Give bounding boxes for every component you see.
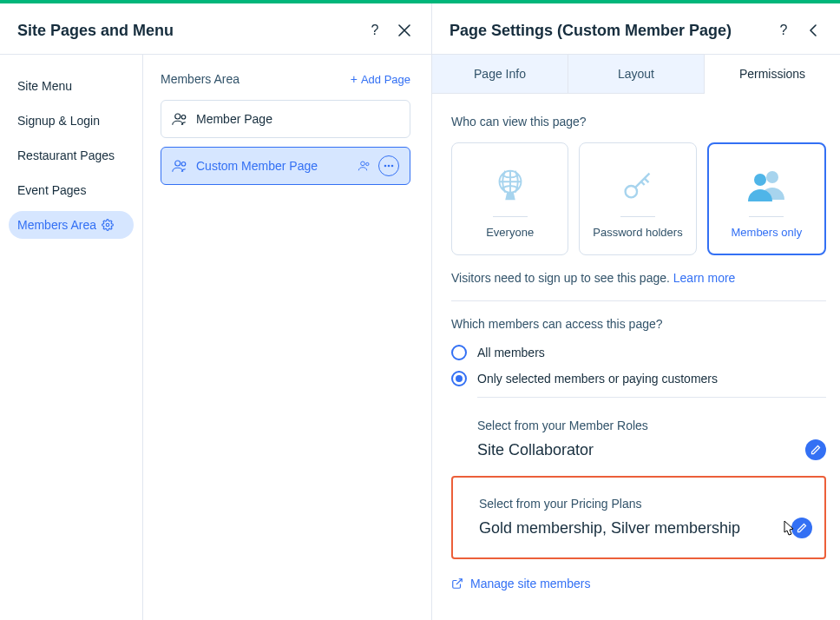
member-roles-label: Select from your Member Roles (477, 419, 826, 432)
svg-point-4 (181, 162, 186, 167)
svg-point-8 (388, 165, 390, 168)
page-item-member-page[interactable]: Member Page (161, 100, 410, 138)
external-link-icon (451, 577, 463, 590)
back-icon[interactable] (802, 19, 824, 42)
pricing-plans-value: Gold membership, Silver membership (479, 519, 791, 538)
edit-plans-button[interactable] (791, 518, 812, 538)
view-option-everyone[interactable]: Everyone (451, 142, 568, 255)
svg-point-2 (181, 115, 186, 120)
help-icon[interactable]: ? (772, 19, 795, 42)
svg-point-0 (106, 223, 109, 227)
view-option-password[interactable]: Password holders (579, 142, 696, 255)
gear-icon (102, 219, 114, 231)
page-item-custom-member-page[interactable]: Custom Member Page (161, 147, 410, 185)
radio-all-members[interactable]: All members (451, 345, 826, 360)
member-roles-section: Select from your Member Roles Site Colla… (451, 419, 826, 460)
visibility-icon[interactable] (354, 155, 375, 176)
key-icon (618, 159, 658, 211)
pages-content: Members Area + Add Page Member Page (142, 55, 431, 620)
svg-point-11 (626, 186, 637, 197)
plus-icon: + (351, 72, 358, 86)
tabs: Page Info Layout Permissions (432, 54, 840, 94)
which-members-label: Which members can access this page? (451, 317, 826, 331)
svg-point-1 (175, 114, 180, 119)
member-icon (172, 160, 187, 172)
member-roles-value: Site Collaborator (477, 441, 805, 459)
page-settings-panel: Page Settings (Custom Member Page) ? Pag… (432, 3, 840, 620)
site-pages-panel: Site Pages and Menu ? Site Menu Signup &… (0, 3, 432, 620)
svg-point-13 (754, 174, 766, 186)
sidebar-item-signup-login[interactable]: Signup & Login (9, 107, 134, 135)
view-option-members[interactable]: Members only (707, 142, 826, 255)
svg-point-9 (391, 165, 394, 168)
pricing-plans-highlight: Select from your Pricing Plans Gold memb… (451, 476, 826, 559)
svg-point-6 (366, 162, 369, 165)
add-page-button[interactable]: + Add Page (351, 72, 410, 86)
sidebar-item-site-menu[interactable]: Site Menu (9, 72, 134, 100)
who-can-view-label: Who can view this page? (451, 115, 826, 129)
section-title: Members Area (161, 72, 351, 86)
svg-point-5 (361, 162, 365, 166)
more-options-button[interactable] (378, 155, 399, 176)
panel-title: Site Pages and Menu (17, 22, 364, 40)
help-icon[interactable]: ? (364, 19, 386, 42)
signup-hint: Visitors need to sign up to see this pag… (451, 271, 826, 285)
sidebar-item-restaurant-pages[interactable]: Restaurant Pages (9, 142, 134, 169)
radio-icon (451, 345, 467, 360)
sidebar-item-event-pages[interactable]: Event Pages (9, 176, 134, 204)
svg-point-12 (766, 171, 778, 183)
radio-selected-members[interactable]: Only selected members or paying customer… (451, 371, 826, 386)
radio-icon (451, 371, 467, 386)
tab-page-info[interactable]: Page Info (432, 55, 568, 93)
members-icon (745, 159, 788, 211)
pricing-plans-label: Select from your Pricing Plans (479, 497, 812, 511)
svg-point-3 (175, 161, 180, 166)
manage-members-link[interactable]: Manage site members (451, 577, 826, 590)
tab-permissions[interactable]: Permissions (705, 55, 840, 94)
globe-icon (490, 159, 530, 211)
svg-point-7 (384, 165, 387, 168)
sidebar-item-members-area[interactable]: Members Area (9, 211, 134, 239)
member-icon (172, 113, 187, 125)
close-icon[interactable] (393, 19, 416, 42)
panel-title: Page Settings (Custom Member Page) (450, 22, 772, 40)
tab-layout[interactable]: Layout (568, 55, 705, 93)
sidebar: Site Menu Signup & Login Restaurant Page… (0, 55, 142, 620)
edit-roles-button[interactable] (805, 439, 826, 460)
learn-more-link[interactable]: Learn more (673, 271, 736, 285)
